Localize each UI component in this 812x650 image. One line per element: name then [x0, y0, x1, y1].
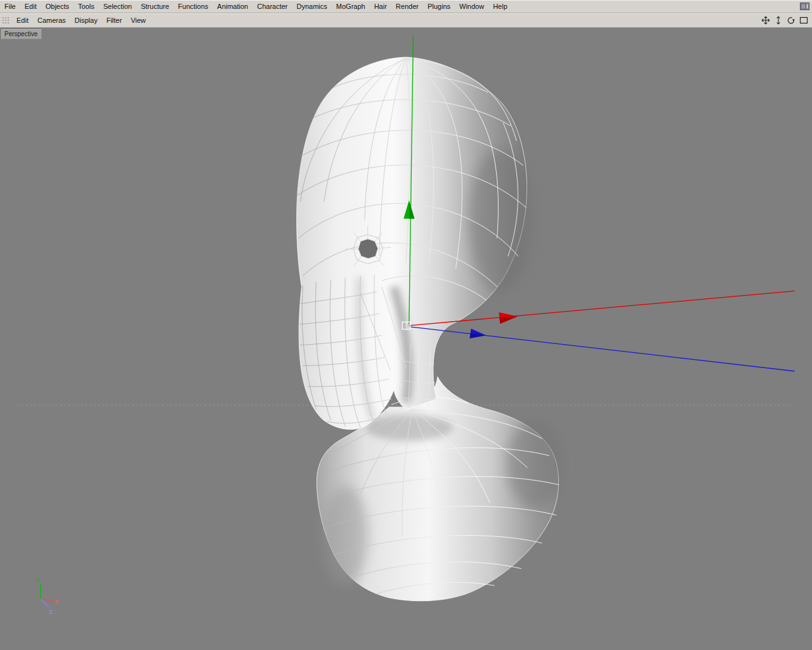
viewport[interactable]: Perspective — [0, 28, 812, 650]
menu-structure[interactable]: Structure — [136, 0, 174, 13]
menu-mograph[interactable]: MoGraph — [332, 0, 370, 13]
viewport-menu-bar: Edit Cameras Display Filter View — [0, 13, 812, 28]
menu-plugins[interactable]: Plugins — [423, 0, 455, 13]
world-axis-y-label: Y — [36, 577, 40, 584]
axis-z-arrow[interactable] — [469, 329, 486, 338]
world-axis-x-label: X — [55, 598, 60, 605]
vp-menu-cameras[interactable]: Cameras — [33, 13, 70, 27]
rotate-icon[interactable] — [786, 15, 796, 25]
menu-help[interactable]: Help — [488, 0, 512, 13]
mesh-head[interactable] — [297, 57, 532, 430]
menu-window[interactable]: Window — [455, 0, 488, 13]
viewport-nav-icons — [761, 15, 809, 25]
pan-icon[interactable] — [761, 15, 771, 25]
scene-canvas[interactable]: Y X Z — [0, 28, 812, 650]
world-axis-z-label: Z — [49, 608, 53, 615]
main-menu-bar: File Edit Objects Tools Selection Struct… — [0, 0, 812, 13]
menu-dynamics[interactable]: Dynamics — [292, 0, 332, 13]
application-window: { "menu_bar": { "items": ["File","Edit",… — [0, 0, 812, 650]
vp-menu-edit[interactable]: Edit — [12, 13, 33, 27]
viewport-label: Perspective — [1, 29, 42, 39]
layout-window-icon[interactable] — [800, 3, 809, 10]
maximize-icon[interactable] — [799, 15, 809, 25]
menu-functions[interactable]: Functions — [174, 0, 213, 13]
menu-edit[interactable]: Edit — [20, 0, 41, 13]
menu-file[interactable]: File — [0, 0, 20, 13]
menu-tools[interactable]: Tools — [74, 0, 99, 13]
vp-menu-view[interactable]: View — [126, 13, 150, 27]
menu-render[interactable]: Render — [391, 0, 423, 13]
menu-character[interactable]: Character — [252, 0, 292, 13]
axis-x-arrow[interactable] — [499, 312, 518, 324]
vp-menu-filter[interactable]: Filter — [102, 13, 126, 27]
toolbar-grip-icon[interactable] — [2, 17, 9, 24]
axis-z-line[interactable] — [410, 327, 795, 371]
world-axis-indicator: Y X Z — [36, 577, 60, 615]
menu-hair[interactable]: Hair — [370, 0, 391, 13]
menu-animation[interactable]: Animation — [213, 0, 252, 13]
menu-objects[interactable]: Objects — [41, 0, 74, 13]
menu-selection[interactable]: Selection — [99, 0, 136, 13]
zoom-icon[interactable] — [773, 15, 783, 25]
vp-menu-display[interactable]: Display — [70, 13, 102, 27]
